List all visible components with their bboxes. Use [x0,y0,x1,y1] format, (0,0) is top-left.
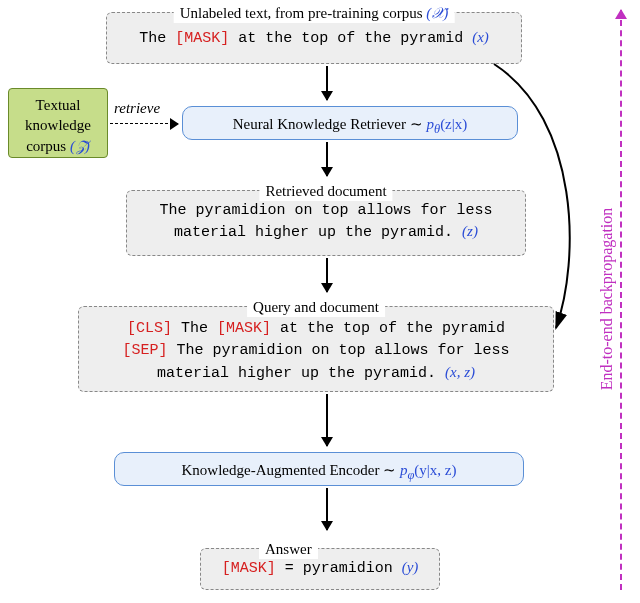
answer-eq: = pyramidion [276,560,402,577]
backprop-line-icon [620,10,622,590]
unlabeled-text-content: The [MASK] at the top of the pyramid (x) [117,27,511,49]
answer-box: Answer [MASK] = pyramidion (y) [200,548,440,590]
answer-title: Answer [259,539,318,559]
mask-token: [MASK] [222,560,276,577]
rd-l1: The pyramidion on top allows for less [137,201,515,221]
qd-l1: [CLS] The [MASK] at the top of the pyram… [89,317,543,339]
z-corpus-var: (𝒵) [70,138,90,154]
qd-l2a: The pyramidion on top allows for less [167,342,509,359]
qd-l2: [SEP] The pyramidion on top allows for l… [89,339,543,361]
qd-l3a: material higher up the pyramid. [157,365,445,382]
retrieved-doc-title: Retrieved document [259,181,392,201]
sep-token: [SEP] [122,342,167,359]
retrieved-doc-box: Retrieved document The pyramidion on top… [126,190,526,256]
y-var: (y) [402,559,419,575]
encoder-box: Knowledge-Augmented Encoder ∼ pφ(y|x, z) [114,452,524,486]
cls-token: [CLS] [127,320,172,337]
arrow-icon [326,394,328,446]
x-var: (x) [472,29,489,45]
qd-l3: material higher up the pyramid. (x, z) [89,362,543,384]
kc-l3: corpus [26,138,70,154]
unlabeled-text-title: Unlabeled text, from pre-training corpus… [174,3,455,23]
mask-token: [MASK] [217,320,271,337]
arrow-icon [326,258,328,292]
mask-token: [MASK] [175,30,229,47]
rd-l2a: material higher up the pyramid. [174,224,462,241]
arrow-icon [326,488,328,530]
title-text: Unlabeled text, from pre-training corpus [180,5,427,21]
query-doc-box: Query and document [CLS] The [MASK] at t… [78,306,554,392]
retrieve-label: retrieve [114,100,160,117]
arrow-icon [326,66,328,100]
z-var: (z) [462,223,478,239]
retriever-label: Neural Knowledge Retriever ∼ [233,116,427,132]
kc-l2: knowledge [17,115,99,135]
unlabeled-text-box: Unlabeled text, from pre-training corpus… [106,12,522,64]
backprop-label: End-to-end backpropagation [598,184,616,414]
qd-l1b: at the top of the pyramid [271,320,505,337]
diagram-canvas: Unlabeled text, from pre-training corpus… [0,0,640,603]
text-a: The [139,30,175,47]
encoder-label: Knowledge-Augmented Encoder ∼ [182,462,400,478]
p-math: pθ(z|x) [426,116,467,132]
rd-l2-wrap: material higher up the pyramid. (z) [137,221,515,243]
xz-var: (x, z) [445,364,475,380]
p-phi-math: pφ(y|x, z) [400,462,457,478]
retriever-box: Neural Knowledge Retriever ∼ pθ(z|x) [182,106,518,140]
retrieve-arrow-icon [110,123,178,124]
knowledge-corpus-box: Textual knowledge corpus (𝒵) [8,88,108,158]
arrow-icon [326,142,328,176]
corpus-var: (𝒳) [426,5,448,21]
qd-l1a: The [172,320,217,337]
kc-l1: Textual [17,95,99,115]
text-b: at the top of the pyramid [229,30,472,47]
answer-content: [MASK] = pyramidion (y) [211,557,429,579]
query-doc-title: Query and document [247,297,385,317]
kc-l3-wrap: corpus (𝒵) [17,136,99,156]
